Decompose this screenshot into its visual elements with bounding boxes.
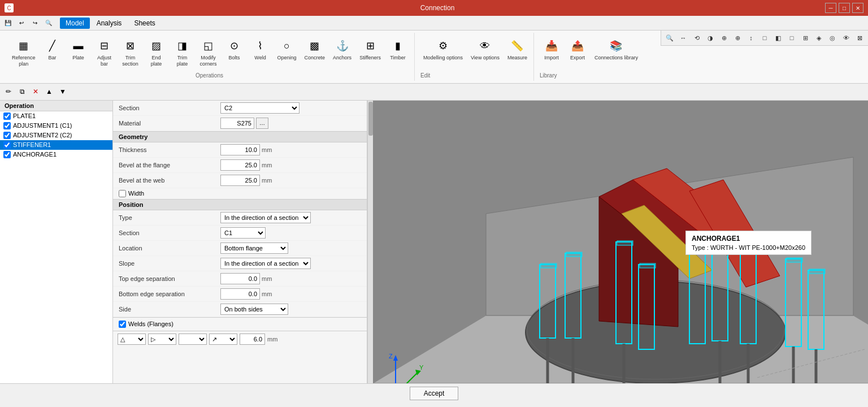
width-checkbox[interactable]	[119, 190, 126, 197]
ribbon-btn-trim-section[interactable]: ⊠ Trimsection	[119, 35, 142, 69]
type-label: Type	[119, 214, 220, 221]
op-item-adjustment1[interactable]: ADJUSTMENT1 (C1)	[0, 121, 112, 131]
view-btn4[interactable]: ↕	[745, 32, 757, 44]
view-btn7[interactable]: □	[785, 32, 798, 44]
ribbon-btn-adjust-bar[interactable]: ⊟ Adjustbar	[93, 35, 116, 69]
slope-select[interactable]: In the direction of a section Horizontal	[220, 258, 311, 269]
side-row: Side On both sides Left side Right side	[113, 302, 367, 317]
save-quick-btn[interactable]: 💾	[2, 18, 14, 29]
ribbon-btn-bolts[interactable]: ⊙ Bolts	[223, 35, 246, 69]
menu-sheets[interactable]: Sheets	[128, 18, 160, 29]
top-edge-value-container: mm	[220, 273, 361, 284]
ribbon-btn-bar[interactable]: ╱ Bar	[41, 35, 64, 69]
timber-label: Timber	[390, 55, 406, 61]
weld-type-select3[interactable]	[179, 334, 207, 345]
move-up-btn[interactable]: ▲	[43, 85, 55, 98]
weld-size-input[interactable]	[240, 334, 265, 345]
redo-btn[interactable]: ↪	[29, 18, 41, 29]
ribbon-btn-view-options[interactable]: 👁 View options	[468, 35, 502, 70]
adjustment2-checkbox[interactable]	[3, 132, 11, 139]
reference-plan-label: Referenceplan	[12, 55, 36, 67]
ribbon-btn-anchors[interactable]: ⚓ Anchors	[330, 35, 354, 69]
bolts-icon: ⊙	[225, 37, 244, 55]
adjustment2-label: ADJUSTMENT2 (C2)	[13, 132, 72, 138]
ribbon-btn-connections-library[interactable]: 📚 Connections library	[592, 35, 641, 70]
bevel-web-input[interactable]	[220, 175, 260, 186]
pan-btn[interactable]: ↔	[677, 32, 689, 44]
copy-btn[interactable]: ⧉	[16, 85, 28, 98]
stiffener1-checkbox[interactable]	[3, 141, 11, 149]
view-btn2[interactable]: ⊕	[718, 32, 730, 44]
anchorage1-checkbox[interactable]	[3, 151, 11, 158]
section-select[interactable]: C2 C1	[220, 102, 300, 114]
material-input[interactable]	[220, 118, 254, 129]
adjustment1-checkbox[interactable]	[3, 122, 11, 129]
ribbon-btn-reference-plan[interactable]: ▦ Referenceplan	[9, 35, 38, 69]
view-btn11[interactable]: 👁	[840, 32, 852, 44]
ribbon-btn-concrete[interactable]: ▩ Concrete	[302, 35, 328, 69]
zoom-in-btn[interactable]: 🔍	[663, 32, 676, 44]
ribbon-btn-timber[interactable]: ▮ Timber	[386, 35, 410, 69]
weld-controls-row: △ ▲ ▷ ▶ ↗ mm	[113, 331, 367, 347]
material-browse-btn[interactable]: …	[256, 118, 268, 129]
search-btn[interactable]: 🔍	[43, 18, 54, 29]
weld-type-select4[interactable]: ↗	[209, 334, 237, 345]
ribbon-btn-stiffeners[interactable]: ⊞ Stiffeners	[357, 35, 384, 69]
move-down-btn[interactable]: ▼	[57, 85, 69, 98]
bevel-flange-input[interactable]	[220, 159, 260, 171]
thickness-input[interactable]	[220, 144, 260, 155]
weld-type-select2[interactable]: ▷ ▶	[148, 334, 176, 345]
anchor-bolt-2-top	[566, 252, 582, 257]
ribbon-btn-plate[interactable]: ▬ Plate	[67, 35, 90, 69]
viewport-panel[interactable]: Z X Y ANCHORAGE1 Type : WÜRTH - WIT PE-1…	[373, 101, 868, 383]
ribbon-btn-end-plate[interactable]: ▨ Endplate	[145, 35, 168, 69]
undo-btn[interactable]: ↩	[16, 18, 27, 29]
section2-select[interactable]: C1 C2	[220, 227, 266, 239]
view-btn5[interactable]: □	[758, 32, 771, 44]
weld-type-select1[interactable]: △ ▲	[118, 334, 146, 345]
view-btn9[interactable]: ◈	[813, 32, 825, 44]
view-btn6[interactable]: ◧	[772, 32, 784, 44]
plate1-checkbox[interactable]	[3, 112, 11, 120]
view-btn12[interactable]: ⊠	[853, 32, 866, 44]
top-edge-input[interactable]	[220, 273, 260, 284]
ribbon-btn-export[interactable]: 📤 Export	[566, 35, 589, 70]
edit-pencil-btn[interactable]: ✏	[2, 85, 15, 98]
ribbon-btn-weld[interactable]: ⌇ Weld	[249, 35, 272, 69]
ribbon-btn-opening[interactable]: ○ Opening	[275, 35, 300, 69]
ribbon-btn-measure[interactable]: 📏 Measure	[505, 35, 530, 70]
bevel-web-row: Bevel at the web mm	[113, 173, 367, 188]
op-item-plate1[interactable]: PLATE1	[0, 111, 112, 121]
accept-button[interactable]: Accept	[410, 387, 459, 400]
op-item-anchorage1[interactable]: ANCHORAGE1	[0, 150, 112, 159]
scrollbar-thumb[interactable]	[368, 102, 373, 136]
view-btn3[interactable]: ⊕	[731, 32, 744, 44]
location-select[interactable]: Bottom flange Top flange Both flanges	[220, 243, 288, 254]
view-btn1[interactable]: ◑	[704, 32, 717, 44]
bottom-edge-value-container: mm	[220, 288, 361, 300]
panel-scrollbar[interactable]	[367, 101, 373, 383]
view-btn10[interactable]: ◎	[826, 32, 839, 44]
rotate-btn[interactable]: ⟲	[691, 32, 703, 44]
delete-btn[interactable]: ✕	[29, 85, 42, 98]
ribbon-btn-modelling-options[interactable]: ⚙ Modelling options	[420, 35, 466, 70]
edit-group-label: Edit	[420, 70, 530, 79]
side-select[interactable]: On both sides Left side Right side	[220, 304, 288, 315]
minimize-button[interactable]: ─	[825, 3, 836, 13]
type-select[interactable]: In the direction of a section Horizontal…	[220, 212, 311, 223]
op-item-stiffener1[interactable]: STIFFENER1	[0, 140, 112, 150]
op-item-adjustment2[interactable]: ADJUSTMENT2 (C2)	[0, 131, 112, 140]
quick-access-toolbar: 💾 ↩ ↪ 🔍	[2, 18, 54, 29]
plate1-label: PLATE1	[13, 112, 36, 119]
welds-checkbox[interactable]	[119, 321, 126, 328]
menu-analysis[interactable]: Analysis	[91, 18, 128, 29]
ribbon-btn-trim-plate[interactable]: ◨ Trimplate	[171, 35, 194, 69]
ribbon-btn-import[interactable]: 📥 Import	[540, 35, 563, 70]
menu-model[interactable]: Model	[60, 18, 90, 29]
bottom-edge-input[interactable]	[220, 288, 260, 300]
app-icon: C	[5, 3, 14, 12]
close-button[interactable]: ✕	[852, 3, 863, 13]
maximize-button[interactable]: □	[839, 3, 850, 13]
view-btn8[interactable]: ⊞	[799, 32, 811, 44]
ribbon-btn-modify-corners[interactable]: ◱ Modifycorners	[197, 35, 220, 69]
